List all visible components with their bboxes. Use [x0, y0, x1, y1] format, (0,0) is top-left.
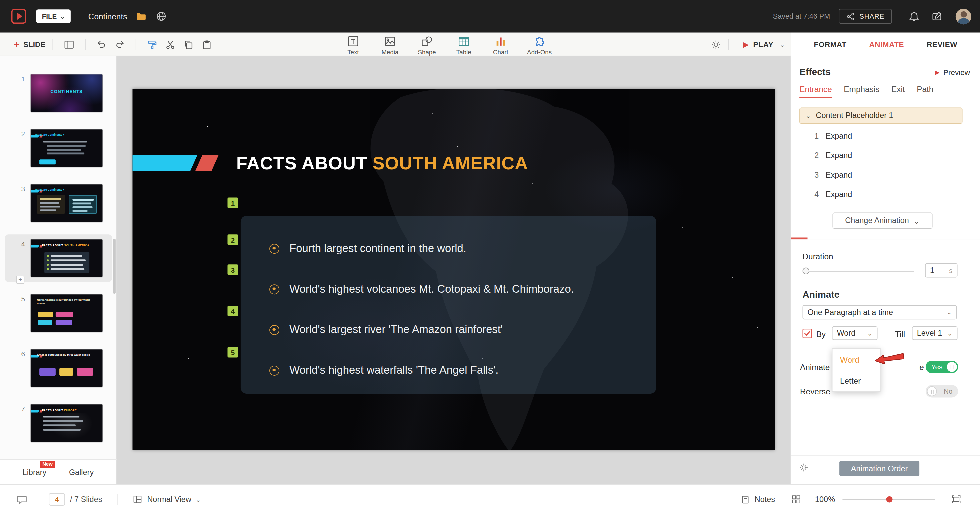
slide-thumbnail-row-3[interactable]: 3 What are Continents? [0, 184, 116, 222]
duration-slider-knob[interactable] [803, 268, 810, 275]
animation-order-badge: 4 [228, 306, 238, 316]
preview-button[interactable]: ▶ Preview [935, 68, 970, 77]
zoom-slider-knob[interactable] [886, 496, 892, 503]
duration-slider[interactable] [803, 271, 914, 272]
share-button[interactable]: SHARE [838, 9, 892, 24]
play-options-chevron-icon[interactable]: ⌄ [780, 41, 785, 48]
insert-chart-button[interactable]: Chart [485, 35, 516, 56]
effect-item[interactable]: 3 Expand [791, 165, 980, 185]
bullet-item: World's highest volcanoes Mt. Cotopaxi &… [241, 269, 656, 309]
file-menu-button[interactable]: FILE ⌄ [37, 10, 71, 23]
slide-thumbnail-panel: 1 CONTINENTS 2 What are Continents? 3 Wh… [0, 56, 117, 459]
slide-thumbnail-row-2[interactable]: 2 What are Continents? [0, 129, 116, 167]
tab-format[interactable]: FORMAT [814, 40, 847, 49]
current-slide-indicator[interactable]: 4 [49, 493, 65, 506]
bullet-item: World's highest waterfalls 'The Angel Fa… [241, 350, 656, 391]
tab-emphasis[interactable]: Emphasis [844, 84, 879, 98]
new-slide-button[interactable]: + SLIDE [14, 39, 45, 50]
slide-thumbnail[interactable]: FACTS ABOUT EUROPE [30, 404, 103, 442]
sidebar-scrollbar-thumb[interactable] [113, 239, 116, 294]
change-animation-button[interactable]: Change Animation ⌄ [833, 213, 933, 229]
redo-button[interactable] [115, 39, 125, 50]
media-icon [383, 35, 396, 48]
play-label: PLAY [753, 40, 774, 49]
chevron-down-icon: ⌄ [60, 13, 65, 20]
copy-button[interactable] [183, 39, 194, 50]
effect-item[interactable]: 1 Expand [791, 126, 980, 146]
library-tab[interactable]: Library New [23, 468, 47, 476]
insert-table-button[interactable]: Table [448, 35, 479, 56]
settings-gear-icon[interactable] [711, 39, 721, 50]
animate-shape-label-fragment: e [920, 363, 924, 372]
insert-media-button[interactable]: Media [374, 35, 406, 56]
format-painter-button[interactable] [147, 39, 158, 50]
paste-button[interactable] [201, 39, 212, 50]
app-logo-icon[interactable] [11, 9, 26, 24]
user-avatar[interactable] [956, 8, 971, 24]
view-mode-select[interactable]: Normal View ⌄ [133, 494, 200, 504]
reverse-order-label: Reverse [800, 387, 830, 396]
globe-icon[interactable] [156, 11, 167, 22]
slide-thumbnail-row-6[interactable]: 6 Africa is surrounded by three water bo… [0, 349, 116, 387]
folder-icon[interactable] [136, 11, 147, 22]
slide-thumbnail[interactable]: North America is surrounded by four wate… [30, 294, 103, 333]
by-select[interactable]: Word ⌄ [832, 326, 878, 340]
document-title[interactable]: Continents [88, 12, 127, 21]
slide-canvas[interactable]: FACTS ABOUT SOUTH AMERICA 1 2 3 4 5 Four… [133, 89, 775, 450]
slide-thumbnail-row-5[interactable]: 5 North America is surrounded by four wa… [0, 294, 116, 333]
slide-thumbnail[interactable]: CONTINENTS [30, 74, 103, 112]
fit-to-screen-button[interactable] [951, 494, 961, 504]
slide-thumbnail[interactable]: Africa is surrounded by three water bodi… [30, 349, 103, 387]
slide-thumbnail-row-1[interactable]: 1 CONTINENTS [0, 74, 116, 112]
chevron-down-icon: ⌄ [196, 496, 201, 503]
tab-path[interactable]: Path [917, 84, 933, 98]
effect-item[interactable]: 2 Expand [791, 146, 980, 165]
slide-title[interactable]: FACTS ABOUT SOUTH AMERICA [236, 153, 528, 173]
duration-value-input[interactable]: 1 s [925, 263, 958, 277]
tab-exit[interactable]: Exit [891, 84, 905, 98]
thumbnail-number: 3 [16, 185, 25, 193]
slide-layout-button[interactable] [64, 39, 74, 50]
placeholder-group-header[interactable]: ⌄ Content Placeholder 1 [799, 108, 963, 124]
chevron-down-icon: ⌄ [947, 309, 952, 316]
slide-thumbnail-row-7[interactable]: 7 FACTS ABOUT EUROPE [0, 404, 116, 442]
reverse-order-toggle-off[interactable]: No [926, 385, 958, 398]
addons-button[interactable]: Add-Ons [522, 35, 557, 56]
menu-option-letter[interactable]: Letter [833, 370, 880, 391]
animate-shape-toggle-on[interactable]: Yes [926, 361, 958, 373]
slide-panel-toggle-grid-icon[interactable] [791, 494, 801, 504]
thumbnail-number: 5 [16, 295, 25, 303]
menu-option-word[interactable]: Word [833, 349, 880, 370]
file-button-label: FILE [42, 13, 57, 20]
comments-button[interactable] [16, 494, 28, 505]
notes-button[interactable]: Notes [741, 495, 775, 504]
animation-settings-gear-icon[interactable] [799, 463, 809, 473]
gallery-tab[interactable]: Gallery [69, 468, 94, 476]
paragraph-mode-select[interactable]: One Paragraph at a time ⌄ [803, 305, 957, 319]
undo-button[interactable] [96, 39, 107, 50]
tab-animate[interactable]: ANIMATE [869, 40, 904, 49]
by-options-menu: Word Letter [832, 348, 881, 391]
insert-shape-button[interactable]: Shape [411, 35, 443, 56]
by-checkbox[interactable] [803, 329, 812, 338]
chevron-down-icon: ⌄ [913, 216, 920, 225]
chevron-down-icon: ⌄ [806, 112, 811, 119]
tab-review[interactable]: REVIEW [927, 40, 957, 49]
zoom-slider[interactable] [843, 499, 935, 500]
tab-entrance[interactable]: Entrance [799, 84, 832, 98]
slide-thumbnail[interactable]: What are Continents? [30, 184, 103, 222]
animation-order-button[interactable]: Animation Order [839, 461, 920, 476]
cut-scissors-icon[interactable] [165, 39, 175, 50]
animation-order-badge: 3 [228, 264, 238, 275]
slide-thumbnail[interactable]: What are Continents? [30, 129, 103, 167]
insert-text-button[interactable]: Text [338, 35, 369, 56]
notifications-bell-icon[interactable] [908, 10, 920, 22]
ribbon-tabs: FORMAT ANIMATE REVIEW [791, 33, 980, 56]
effect-item[interactable]: 4 Expand [791, 185, 980, 204]
slide-thumbnail-row-4-selected[interactable]: 4 FACTS ABOUT SOUTH AMERICA ✦ [0, 239, 116, 277]
slide-thumbnail[interactable]: FACTS ABOUT SOUTH AMERICA [30, 239, 103, 277]
till-select[interactable]: Level 1 ⌄ [912, 326, 958, 340]
play-button[interactable]: ▶ PLAY [743, 40, 773, 49]
content-placeholder[interactable]: Fourth largest continent in the world. W… [241, 216, 656, 394]
feedback-icon[interactable] [931, 10, 943, 22]
